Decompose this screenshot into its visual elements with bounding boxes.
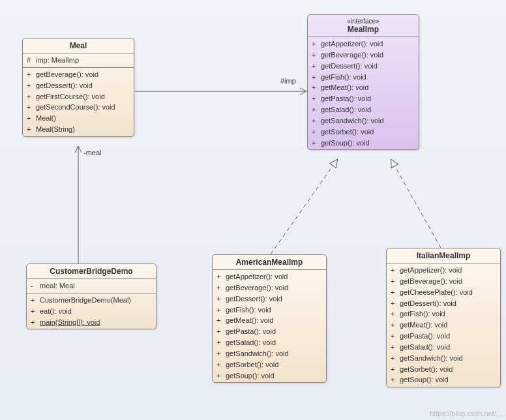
signature: getSorbet(): void [321, 127, 415, 137]
signature: getDessert(): void [226, 294, 322, 304]
realize-italian-mealimp [391, 160, 441, 248]
signature: getSecondCourse(): void [36, 102, 130, 112]
member-row: +getDessert(): void [213, 293, 326, 305]
signature: Meal() [36, 113, 130, 123]
signature: main(String[]): void [40, 318, 152, 327]
member-row: +getBeverage(): void [213, 282, 326, 293]
ops-section: +getAppetizer(): void+getBeverage(): voi… [308, 37, 419, 149]
signature: getFish(): void [400, 309, 496, 319]
visibility: + [216, 272, 226, 282]
visibility: + [312, 105, 321, 115]
class-title: AmericanMealImp [213, 255, 326, 270]
visibility: + [216, 360, 226, 370]
signature: getPasta(): void [321, 94, 415, 104]
member-row: +getBeverage(): void [308, 50, 419, 61]
signature: getAppetizer(): void [321, 39, 415, 49]
member-row: #imp: MealImp [23, 55, 134, 66]
class-americanmealimp: AmericanMealImp +getAppetizer(): void+ge… [212, 254, 327, 383]
signature: getSalad(): void [400, 342, 496, 352]
signature: getBeverage(): void [400, 277, 496, 286]
attrs-section: #imp: MealImp [23, 53, 134, 68]
visibility: + [31, 307, 40, 316]
visibility: - [31, 281, 40, 291]
visibility: + [391, 299, 400, 308]
ops-section: +getAppetizer(): void+getBeverage(): voi… [387, 263, 500, 387]
signature: getAppetizer(): void [226, 272, 322, 282]
visibility: + [216, 349, 226, 359]
class-name: MealImp [312, 25, 415, 34]
visibility: + [216, 316, 226, 325]
signature: getBeverage(): void [226, 283, 322, 293]
member-row: +getSoup(): void [387, 374, 500, 385]
signature: Meal(String) [36, 125, 130, 134]
member-row: +getCheesePlate(): void [387, 287, 500, 298]
member-row: +getSandwich(): void [213, 348, 326, 359]
signature: getSalad(): void [226, 338, 322, 348]
signature: getFish(): void [321, 72, 415, 82]
class-title: CustomerBridgeDemo [27, 264, 156, 279]
member-row: +getBeverage(): void [23, 69, 134, 80]
visibility: + [27, 81, 36, 91]
visibility: + [216, 305, 226, 315]
class-customerbridgedemo: CustomerBridgeDemo -meal: Meal +Customer… [26, 263, 156, 329]
member-row: +eat(): void [27, 306, 156, 317]
member-row: +getSecondCourse(): void [23, 102, 134, 113]
member-row: +getAppetizer(): void [308, 38, 419, 50]
member-row: +getSorbet(): void [213, 359, 326, 370]
member-row: -meal: Meal [27, 280, 156, 292]
visibility: + [31, 318, 40, 327]
assoc-label-meal: -meal [83, 149, 102, 157]
visibility: + [312, 127, 321, 137]
signature: getSorbet(): void [400, 365, 496, 374]
signature: eat(): void [40, 307, 152, 316]
visibility: + [216, 294, 226, 304]
visibility: + [391, 265, 400, 275]
realize-american-mealimp [271, 160, 337, 254]
member-row: +main(String[]): void [27, 317, 156, 328]
assoc-label-imp: #imp [280, 77, 296, 85]
visibility: + [216, 327, 226, 337]
signature: getSalad(): void [321, 105, 415, 115]
signature: imp: MealImp [36, 55, 130, 65]
signature: getSorbet(): void [226, 360, 322, 370]
signature: getSandwich(): void [321, 116, 415, 126]
member-row: +getDessert(): void [308, 61, 419, 72]
attrs-section: -meal: Meal [27, 279, 156, 293]
visibility: + [27, 92, 36, 102]
member-row: +CustomerBridgeDemo(Meal) [27, 295, 156, 306]
signature: getPasta(): void [400, 331, 496, 341]
member-row: +Meal(String) [23, 124, 134, 135]
member-row: +getAppetizer(): void [213, 271, 326, 282]
visibility: + [391, 320, 400, 330]
signature: getDessert(): void [321, 61, 415, 71]
ops-section: +getAppetizer(): void+getBeverage(): voi… [213, 270, 326, 382]
visibility: + [391, 342, 400, 352]
signature: getSoup(): void [226, 371, 322, 381]
visibility: + [312, 116, 321, 126]
visibility: + [391, 277, 400, 286]
member-row: +getPasta(): void [387, 331, 500, 342]
visibility: + [391, 375, 400, 385]
signature: getSoup(): void [321, 138, 415, 148]
visibility: + [391, 353, 400, 363]
visibility: + [391, 331, 400, 341]
signature: getSandwich(): void [400, 353, 496, 363]
visibility: # [27, 55, 36, 65]
member-row: +getMeat(): void [308, 82, 419, 93]
signature: getBeverage(): void [321, 50, 415, 60]
visibility: + [312, 94, 321, 104]
class-mealimp: «interface» MealImp +getAppetizer(): voi… [307, 14, 419, 150]
member-row: +getSandwich(): void [308, 115, 419, 127]
visibility: + [27, 102, 36, 112]
signature: getSoup(): void [400, 375, 496, 385]
signature: getDessert(): void [400, 299, 496, 308]
signature: getMeat(): void [226, 316, 322, 325]
ops-section: +CustomerBridgeDemo(Meal)+eat(): void+ma… [27, 293, 156, 329]
class-title: ItalianMealImp [387, 248, 500, 263]
signature: getFirstCourse(): void [36, 92, 130, 102]
signature: getSandwich(): void [226, 349, 322, 359]
class-meal: Meal #imp: MealImp +getBeverage(): void+… [22, 38, 134, 137]
visibility: + [312, 50, 321, 60]
member-row: +getDessert(): void [23, 80, 134, 91]
member-row: +getFish(): void [387, 308, 500, 320]
